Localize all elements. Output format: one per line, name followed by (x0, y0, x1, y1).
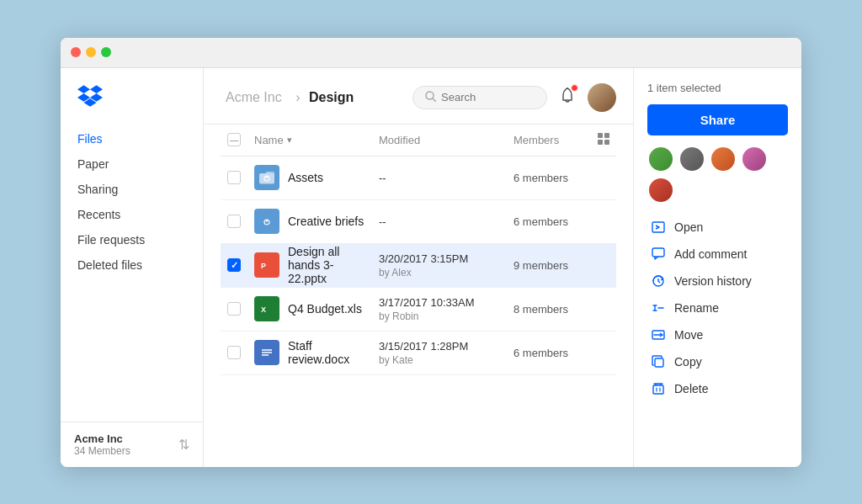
file-table-container: Name ▾ Modified Members (204, 125, 633, 467)
file-name-cell: Staff review.docx (254, 339, 365, 366)
member-avatar[interactable] (710, 146, 737, 172)
svg-rect-3 (598, 133, 603, 138)
table-row[interactable]: P Design all hands 3-22.pptx 3/20/2017 3… (221, 243, 616, 287)
svg-rect-21 (652, 248, 664, 257)
th-select-all[interactable] (221, 125, 247, 157)
members-count: 6 members (513, 172, 568, 184)
history-icon (651, 273, 666, 289)
svg-rect-30 (653, 385, 663, 394)
svg-rect-6 (604, 140, 609, 145)
svg-rect-4 (604, 133, 609, 138)
file-table: Name ▾ Modified Members (221, 125, 616, 375)
docx-icon (254, 340, 279, 365)
sidebar-item-recents[interactable]: Recents (67, 202, 196, 227)
traffic-lights (71, 47, 111, 57)
titlebar (61, 38, 801, 68)
context-label-open: Open (674, 220, 703, 234)
sidebar-item-files[interactable]: Files (67, 126, 196, 151)
member-avatars (647, 146, 788, 204)
th-grid-view[interactable] (591, 125, 616, 157)
breadcrumb-current: Design (309, 90, 354, 104)
context-menu-item-copy[interactable]: Copy (647, 348, 788, 375)
table-body: Assets -- 6 members (221, 156, 616, 374)
sidebar-nav: Files Paper Sharing Recents File request… (61, 126, 203, 422)
sidebar-footer[interactable]: Acme Inc 34 Members ⇅ (61, 422, 203, 467)
copy-icon (651, 354, 666, 369)
pptx-icon: P (254, 252, 279, 278)
th-modified: Modified (372, 125, 507, 157)
row-checkbox-creative-briefs[interactable] (227, 215, 241, 228)
breadcrumb-separator: › (295, 90, 304, 104)
folder-icon (254, 209, 279, 234)
sidebar-item-sharing[interactable]: Sharing (67, 177, 196, 202)
members-count: 6 members (513, 347, 568, 359)
file-name-cell: X Q4 Budget.xls (254, 296, 365, 321)
user-avatar[interactable] (588, 83, 616, 112)
context-label-add-comment: Add comment (674, 247, 747, 261)
context-menu-item-rename[interactable]: Rename (647, 294, 788, 321)
file-name-cell: P Design all hands 3-22.pptx (254, 245, 365, 285)
breadcrumb-parent: Acme Inc (226, 90, 282, 104)
sidebar: Files Paper Sharing Recents File request… (61, 68, 204, 467)
members-count: 9 members (513, 259, 568, 272)
svg-line-1 (433, 98, 436, 102)
context-label-move: Move (674, 328, 703, 342)
context-menu-item-open[interactable]: Open (647, 214, 788, 241)
table-head: Name ▾ Modified Members (221, 125, 616, 157)
modified-date: -- (379, 215, 386, 228)
member-avatar[interactable] (647, 177, 674, 204)
context-menu-item-version-history[interactable]: Version history (647, 268, 788, 294)
context-label-version-history: Version history (674, 274, 752, 288)
xlsx-icon: X (254, 296, 279, 321)
svg-text:P: P (261, 262, 266, 270)
svg-point-11 (266, 220, 268, 221)
sidebar-item-paper[interactable]: Paper (67, 151, 196, 177)
main-content: Files Paper Sharing Recents File request… (61, 68, 801, 467)
sort-arrow-icon: ▾ (287, 135, 292, 146)
row-checkbox-design-all-hands[interactable] (227, 258, 241, 272)
member-avatar[interactable] (678, 146, 705, 172)
chevron-up-down-icon: ⇅ (178, 437, 189, 453)
member-avatar[interactable] (741, 146, 768, 172)
close-button[interactable] (71, 47, 81, 57)
th-members: Members (507, 125, 591, 157)
row-checkbox-staff-review[interactable] (227, 346, 241, 359)
file-name-label: Design all hands 3-22.pptx (288, 245, 365, 285)
file-name-label: Staff review.docx (288, 339, 365, 366)
th-name[interactable]: Name ▾ (247, 125, 372, 157)
search-box[interactable] (412, 86, 547, 109)
context-label-rename: Rename (674, 301, 719, 315)
modified-by: by Alex (379, 267, 412, 279)
context-menu-item-move[interactable]: Move (647, 321, 788, 348)
context-menu: Open Add comment (647, 214, 788, 402)
member-avatar[interactable] (647, 146, 674, 172)
select-all-checkbox[interactable] (227, 133, 241, 146)
context-menu-item-delete[interactable]: Delete (647, 375, 788, 402)
minimize-button[interactable] (86, 47, 96, 57)
table-row[interactable]: Assets -- 6 members (221, 156, 616, 199)
selected-count-label: 1 item selected (647, 82, 788, 94)
table-row[interactable]: X Q4 Budget.xls 3/17/2017 10:33AM by Rob… (221, 287, 616, 331)
file-name-cell: Assets (254, 165, 365, 190)
logo-container (61, 85, 203, 126)
members-count: 8 members (513, 303, 568, 316)
row-checkbox-q4-budget[interactable] (227, 302, 241, 316)
context-menu-item-add-comment[interactable]: Add comment (647, 241, 788, 268)
notification-badge (571, 84, 578, 92)
open-icon (651, 220, 666, 235)
notification-bell[interactable] (559, 87, 576, 108)
row-checkbox-assets[interactable] (227, 171, 241, 184)
context-label-copy: Copy (674, 355, 702, 369)
share-button[interactable]: Share (647, 104, 788, 135)
modified-date: 3/17/2017 10:33AM (379, 296, 474, 309)
table-row[interactable]: Creative briefs -- 6 members (221, 199, 616, 243)
table-row[interactable]: Staff review.docx 3/15/2017 1:28PM by Ka… (221, 331, 616, 374)
maximize-button[interactable] (101, 47, 111, 57)
search-input[interactable] (441, 91, 535, 103)
sidebar-item-deleted-files[interactable]: Deleted files (67, 252, 196, 278)
header-right (412, 83, 616, 112)
file-area: Acme Inc › Design (204, 68, 633, 467)
file-name-cell: Creative briefs (254, 209, 365, 234)
file-name-label: Q4 Budget.xls (288, 302, 362, 316)
sidebar-item-file-requests[interactable]: File requests (67, 227, 196, 252)
